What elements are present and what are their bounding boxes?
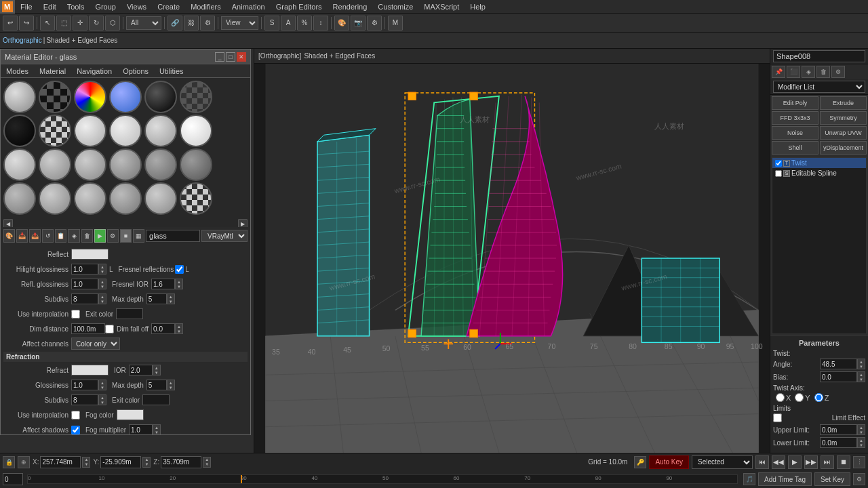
sphere-19[interactable] — [3, 182, 36, 215]
sphere-scroll-right[interactable]: ▶ — [238, 219, 248, 227]
lower-limit-spinner[interactable]: ▲▼ — [857, 437, 865, 448]
fresnel-ior-input[interactable] — [151, 279, 175, 289]
mat-name-input[interactable] — [146, 230, 200, 242]
x-input[interactable] — [40, 456, 81, 468]
reflect-color[interactable] — [71, 249, 108, 260]
mat-menu-utilities[interactable]: Utilities — [154, 64, 189, 77]
mat-pick-btn[interactable]: 🎨 — [3, 229, 15, 243]
use-interp-check[interactable] — [71, 310, 80, 319]
auto-key-btn[interactable]: Auto Key — [649, 455, 689, 469]
unwrap-uvw-btn[interactable]: Unwrap UVW — [820, 126, 867, 140]
key-filter-icon[interactable]: ⚙ — [853, 473, 865, 485]
bias-input[interactable] — [820, 371, 857, 382]
axis-y-radio[interactable] — [795, 393, 804, 402]
fresnel-ior-spinner[interactable]: ▲▼ — [175, 279, 183, 289]
menu-maxscript[interactable]: MAXScript — [418, 0, 465, 13]
sphere-8[interactable] — [39, 115, 71, 147]
y-spinner[interactable]: ▲▼ — [142, 457, 151, 468]
mat-del-btn[interactable]: 🗑 — [81, 229, 93, 243]
spinner-snap-btn[interactable]: ↕ — [313, 16, 328, 30]
frame-input[interactable] — [3, 473, 23, 485]
mat-close-btn[interactable]: ✕ — [237, 52, 246, 62]
gloss-spinner[interactable]: ▲▼ — [98, 380, 106, 390]
lower-limit-input[interactable] — [820, 437, 857, 448]
mat-menu-options[interactable]: Options — [117, 64, 154, 77]
viewport-canvas[interactable]: 35 40 45 50 55 60 65 70 75 80 85 90 95 1… — [254, 64, 770, 453]
mat-checker-btn[interactable]: ▦ — [133, 229, 144, 243]
subdivs2-input[interactable] — [71, 394, 98, 405]
noise-btn[interactable]: Noise — [772, 126, 818, 140]
edit-poly-btn[interactable]: Edit Poly — [772, 96, 818, 110]
limit-effect-check[interactable] — [773, 413, 782, 422]
sphere-11[interactable] — [144, 115, 177, 147]
percent-snap-btn[interactable]: % — [297, 16, 312, 30]
dim-falloff-spinner[interactable]: ▲▼ — [175, 323, 183, 334]
bias-spinner[interactable]: ▲▼ — [857, 371, 865, 382]
more-icon[interactable]: ⋮ — [853, 456, 865, 468]
sphere-23[interactable] — [144, 182, 177, 215]
unique-btn[interactable]: ◈ — [802, 66, 815, 78]
affect-ch-select[interactable]: Color onlyAll — [71, 338, 120, 350]
menu-edit[interactable]: Edit — [38, 0, 62, 13]
select-btn[interactable]: ↖ — [40, 16, 55, 30]
material-editor-btn[interactable]: M — [388, 16, 403, 30]
z-input[interactable] — [161, 456, 201, 468]
sphere-14[interactable] — [39, 148, 71, 181]
hilight-gloss-spinner[interactable]: ▲▼ — [98, 264, 106, 274]
angle-snap-btn[interactable]: A — [281, 16, 296, 30]
dim-falloff-input[interactable] — [151, 323, 175, 334]
bind-btn[interactable]: ⚙ — [200, 16, 215, 30]
obj-name-input[interactable] — [773, 50, 865, 62]
sphere-15[interactable] — [74, 148, 106, 181]
mat-menu-material[interactable]: Material — [34, 64, 71, 77]
add-time-tag-btn[interactable]: Add Time Tag — [758, 472, 812, 486]
prev-frame-btn[interactable]: ⏮ — [755, 455, 769, 469]
sphere-1[interactable] — [3, 81, 36, 113]
max-depth-spinner[interactable]: ▲▼ — [167, 293, 175, 304]
gloss-input[interactable] — [71, 380, 98, 390]
fog-mult-spinner[interactable]: ▲▼ — [153, 424, 161, 434]
next-frame-btn[interactable]: ⏭ — [821, 455, 834, 469]
sphere-3[interactable] — [74, 81, 106, 113]
mat-menu-modes[interactable]: Modes — [1, 64, 34, 77]
menu-group[interactable]: Group — [90, 0, 121, 13]
affect-shadows-check[interactable] — [71, 426, 80, 434]
viewport-ortho-label[interactable]: Orthographic — [3, 37, 42, 44]
selected-dropdown[interactable]: Selected — [692, 455, 753, 469]
render-frame-btn[interactable]: 📷 — [351, 16, 366, 30]
modifier-list-select[interactable]: Modifier List — [773, 81, 865, 93]
upper-limit-spinner[interactable]: ▲▼ — [857, 424, 865, 435]
menu-rendering[interactable]: Rendering — [328, 0, 373, 13]
max-depth2-spinner[interactable]: ▲▼ — [167, 380, 175, 390]
ffd-btn[interactable]: FFD 3x3x3 — [772, 111, 818, 125]
sound-icon[interactable]: 🎵 — [743, 473, 755, 485]
stack-item-twist[interactable]: T Twist — [772, 158, 866, 168]
sphere-20[interactable] — [39, 182, 71, 215]
sphere-2[interactable] — [39, 81, 71, 113]
sphere-16[interactable] — [109, 148, 142, 181]
next-key-btn[interactable]: ▶▶ — [804, 455, 818, 469]
subdivs-input[interactable] — [71, 293, 98, 304]
sphere-22[interactable] — [109, 182, 142, 215]
sphere-18[interactable] — [180, 148, 212, 181]
hilight-gloss-input[interactable] — [71, 264, 98, 274]
mat-reset-btn[interactable]: ↺ — [42, 229, 54, 243]
max-depth2-input[interactable] — [146, 380, 167, 390]
sphere-12[interactable] — [180, 115, 212, 147]
sphere-6[interactable] — [180, 81, 212, 113]
axis-x-radio[interactable] — [776, 393, 785, 402]
symmetry-btn[interactable]: Symmetry — [820, 111, 867, 125]
stop-btn[interactable]: ⏹ — [837, 455, 850, 469]
fog-mult-input[interactable] — [129, 424, 153, 434]
unlink-btn[interactable]: ⛓ — [184, 16, 199, 30]
sphere-5[interactable] — [144, 81, 177, 113]
menu-create[interactable]: Create — [152, 0, 185, 13]
sphere-17[interactable] — [144, 148, 177, 181]
vp-shaded[interactable]: Shaded + Edged Faces — [304, 52, 375, 60]
stack-item-editable-spline[interactable]: S Editable Spline — [772, 168, 866, 178]
redo-btn[interactable]: ↪ — [19, 16, 34, 30]
fog-color[interactable] — [117, 409, 144, 420]
select-region-btn[interactable]: ⬚ — [56, 16, 71, 30]
sphere-24[interactable] — [180, 182, 212, 215]
undo-btn[interactable]: ↩ — [3, 16, 18, 30]
